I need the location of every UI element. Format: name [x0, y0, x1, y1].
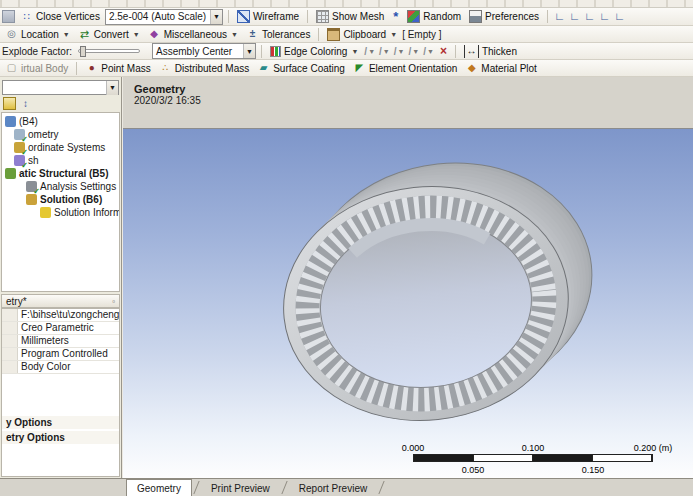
edge-tool-icon-3[interactable]: ∟ [583, 10, 596, 23]
pin-icon[interactable]: ▫ [112, 297, 115, 306]
viewport-title: Geometry [134, 83, 201, 95]
edge-tool-icon-5[interactable]: ∟ [613, 10, 626, 23]
tab-print-preview[interactable]: Print Preview [201, 480, 280, 496]
chevron-down-icon: ▼ [63, 31, 70, 38]
distributed-mass-button[interactable]: ∴ Distributed Mass [156, 61, 252, 76]
toolbar-separator [547, 10, 548, 23]
details-row-value[interactable]: F:\bihse\tu\zongcheng_cre... [18, 309, 119, 321]
edge-tool-icon-1[interactable]: ∟ [553, 10, 566, 23]
details-row-label [2, 335, 18, 347]
tree-item-solution[interactable]: Solution (B6) [2, 193, 119, 206]
distributed-mass-label: Distributed Mass [175, 63, 249, 74]
tree-item-geometry[interactable]: ometry [2, 128, 119, 141]
details-section-header-1[interactable]: y Options [2, 416, 119, 429]
tab-geometry[interactable]: Geometry [126, 479, 192, 496]
edge-style-dropdown-3[interactable]: /▼ [393, 46, 406, 57]
edge-tool-icon-4[interactable]: ∟ [598, 10, 611, 23]
assembly-center-combo[interactable]: Assembly Center ▼ [152, 43, 256, 59]
mesh-icon [14, 155, 25, 166]
point-mass-icon: ● [85, 62, 98, 75]
explode-factor-label: Explode Factor: [2, 46, 72, 57]
virtual-body-label: irtual Body [21, 63, 68, 74]
tree-item-static-structural[interactable]: atic Structural (B5) [2, 167, 119, 180]
virtual-body-button[interactable]: ▢ irtual Body [2, 61, 71, 76]
edge-coloring-label: Edge Coloring [284, 46, 347, 57]
tree-item-label: atic Structural (B5) [19, 168, 108, 179]
wireframe-icon [237, 10, 250, 23]
details-row-value[interactable]: Millimeters [18, 335, 119, 347]
toolbar-separator [261, 45, 262, 58]
miscellaneous-label: Miscellaneous [164, 29, 227, 40]
material-plot-button[interactable]: ◆ Material Plot [462, 61, 540, 76]
tolerances-button[interactable]: ± Tolerances [243, 27, 313, 42]
chevron-down-icon[interactable]: ▼ [210, 10, 222, 24]
chevron-down-icon[interactable]: ▼ [106, 81, 118, 95]
details-section-header-2[interactable]: etry Options [2, 431, 119, 444]
tree-item-mesh[interactable]: sh [2, 154, 119, 167]
scale-label: 0.150 [582, 465, 605, 475]
virtual-body-icon: ▢ [5, 62, 18, 75]
edge-style-dropdown-1[interactable]: /▼ [363, 46, 376, 57]
viewport-timestamp: 2020/3/2 16:35 [134, 95, 201, 106]
toolbar-display: Explode Factor: Assembly Center ▼ Edge C… [0, 43, 693, 60]
tree-item-label: Analysis Settings [40, 181, 116, 192]
surface-coating-label: Surface Coating [273, 63, 345, 74]
scale-label: 0.100 [522, 443, 545, 453]
details-row-type: Creo Parametric [2, 322, 119, 335]
tolerances-label: Tolerances [262, 29, 310, 40]
edge-style-dropdown-2[interactable]: /▼ [378, 46, 391, 57]
tree-item-label: Solution Information [54, 207, 120, 218]
tree-item-coordinate-systems[interactable]: ordinate Systems [2, 141, 119, 154]
details-row-element-control: Program Controlled [2, 348, 119, 361]
toolbar-vertices: ∷ Close Vertices 2.5e-004 (Auto Scale) ▼… [0, 8, 693, 26]
toolbar-separator [228, 10, 229, 23]
edge-style-dropdown-5[interactable]: /▼ [422, 46, 435, 57]
miscellaneous-menu-button[interactable]: ◆ Miscellaneous ▼ [145, 27, 241, 42]
tolerances-icon: ± [246, 28, 259, 41]
edge-style-dropdown-4[interactable]: /▼ [408, 46, 421, 57]
chevron-down-icon[interactable]: ▼ [243, 44, 255, 58]
slider-thumb[interactable] [80, 46, 86, 57]
tab-divider [193, 481, 199, 494]
auto-scale-combo[interactable]: 2.5e-004 (Auto Scale) ▼ [105, 9, 223, 25]
point-mass-button[interactable]: ● Point Mass [82, 61, 153, 76]
random-colors-button[interactable]: Random [404, 9, 464, 24]
thicken-button[interactable]: ↔ Thicken [461, 44, 520, 59]
edge-tool-icon-2[interactable]: ∟ [568, 10, 581, 23]
scale-bar [413, 454, 653, 462]
toolbar-separator [76, 62, 77, 75]
model-icon [5, 116, 16, 127]
chevron-down-icon: ▼ [351, 48, 358, 55]
tree-item-solution-information[interactable]: Solution Information [2, 206, 119, 219]
clipped-icon[interactable] [2, 10, 15, 23]
reset-edge-colors-icon[interactable]: × [437, 45, 450, 58]
details-row-value[interactable]: Body Color [18, 361, 119, 373]
clipboard-menu-button[interactable]: Clipboard ▼ [324, 27, 400, 42]
wireframe-button[interactable]: Wireframe [234, 9, 302, 24]
preferences-button[interactable]: Preferences [466, 9, 542, 24]
surface-coating-icon: ▰ [257, 62, 270, 75]
tab-report-preview[interactable]: Report Preview [289, 480, 377, 496]
tree-item-model[interactable]: (B4) [2, 115, 119, 128]
convert-menu-button[interactable]: ⇄ Convert ▼ [75, 27, 143, 42]
tree-item-analysis-settings[interactable]: Analysis Settings [2, 180, 119, 193]
details-row-display-style: Body Color [2, 361, 119, 374]
marker-icon[interactable]: * [389, 10, 402, 23]
gear-geometry[interactable] [123, 129, 693, 478]
material-plot-icon: ◆ [465, 62, 478, 75]
analysis-settings-icon [26, 181, 37, 192]
location-menu-button[interactable]: ◎ Location ▼ [2, 27, 73, 42]
surface-coating-button[interactable]: ▰ Surface Coating [254, 61, 348, 76]
details-row-value[interactable]: Creo Parametric [18, 322, 119, 334]
sort-icon[interactable]: ↕ [19, 97, 32, 110]
outline-filter-combo[interactable]: ▼ [2, 80, 119, 95]
details-row-value[interactable]: Program Controlled [18, 348, 119, 360]
show-mesh-button[interactable]: Show Mesh [313, 9, 387, 24]
element-orientation-button[interactable]: ◤ Element Orientation [350, 61, 460, 76]
explode-factor-slider[interactable] [78, 49, 140, 53]
filter-icon[interactable] [3, 97, 16, 110]
graphics-canvas[interactable]: 0.000 0.100 0.200 (m) 0.050 0.150 [123, 128, 693, 478]
viewport-label: Geometry 2020/3/2 16:35 [134, 83, 201, 106]
close-vertices-button[interactable]: ∷ Close Vertices [17, 9, 103, 24]
edge-coloring-menu-button[interactable]: Edge Coloring ▼ [267, 44, 361, 59]
